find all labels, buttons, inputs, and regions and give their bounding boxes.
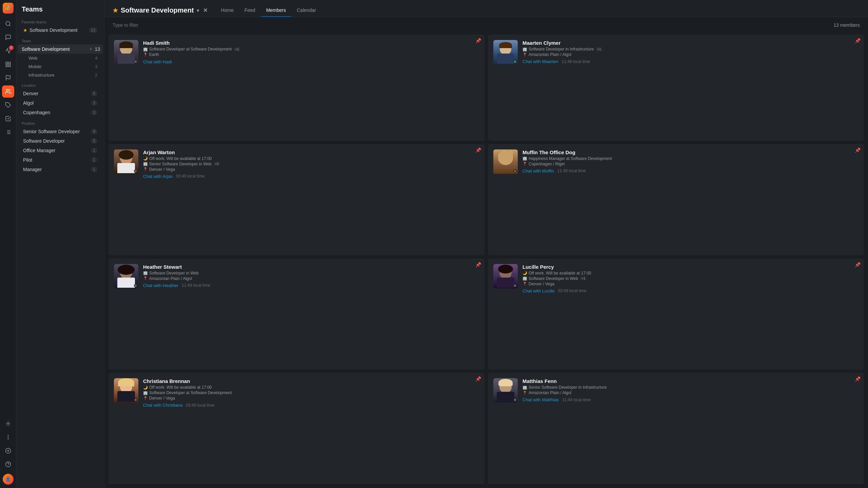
tab-calendar[interactable]: Calendar [291,4,321,17]
chat-link-lucille[interactable]: Chat with Lucille [522,288,555,293]
team-star-icon[interactable]: ★ [113,7,118,14]
members-grid: Hadi Smith 🏢 Software Developer at Softw… [104,33,868,488]
sidebar-position-office-manager[interactable]: Office Manager 1 [18,146,103,155]
settings-nav-button[interactable] [2,418,14,430]
activity-nav-button[interactable]: 7 [2,45,14,57]
filter-input[interactable] [113,22,833,28]
position-developer-label: Software Developer [23,138,91,144]
member-avatar-matthias [493,378,518,403]
sidebar-sub-item-infrastructure[interactable]: Infrastructure 2 [18,71,103,79]
member-card-matthias: Matthias Fenn 🏢 Senior Software Develope… [488,373,864,484]
pin-member-icon-christiana[interactable]: 📌 [475,376,481,382]
dashboard-nav-button[interactable] [2,58,14,70]
chat-link-matthias[interactable]: Chat with Matthias [522,397,559,402]
moon-icon-christiana: 🌙 [143,385,148,390]
teams-nav-button[interactable] [2,85,14,98]
member-count-label: 13 members [833,22,860,28]
pin-member-icon-muffin[interactable]: 📌 [855,147,861,153]
chat-link-arjan[interactable]: Chat with Arjan [143,174,173,179]
puzzle-nav-button[interactable] [2,99,14,111]
moon-icon-lucille: 🌙 [522,271,527,275]
pin-member-icon-matthias[interactable]: 📌 [855,376,861,382]
close-team-icon[interactable]: ✕ [89,47,93,52]
pin-member-icon-maarten[interactable]: 📌 [855,38,861,43]
chat-link-maarten[interactable]: Chat with Maarten [522,59,558,64]
sidebar-item-software-development-favorite[interactable]: ★ Software Development 13 [18,25,103,35]
sidebar-active-team[interactable]: Software Development ✕ 13 [18,44,103,54]
more-nav-button[interactable] [2,431,14,443]
position-manager-count: 1 [91,167,97,172]
pin-member-icon-heather[interactable]: 📌 [475,262,481,267]
member-info-matthias: Matthias Fenn 🏢 Senior Software Develope… [522,378,859,402]
sidebar-position-developer[interactable]: Software Developer 5 [18,136,103,146]
team-close-icon[interactable]: ✕ [203,7,208,14]
member-location-christiana: 📍 Denver / Vega [143,396,479,401]
pin-icon-heather: 📍 [143,276,148,281]
chat-nav-button[interactable] [2,31,14,43]
member-name-muffin: Muffin The Office Dog [522,149,859,155]
member-avatar-muffin [493,149,518,174]
member-role-christiana: 🏢 Software Developer at Software Develop… [143,390,479,395]
member-location-hadi: 📍 Earth [143,52,479,57]
chat-link-heather[interactable]: Chat with Heather [143,283,178,288]
chat-link-hadi[interactable]: Chat with Hadi [143,59,172,64]
chat-link-christiana[interactable]: Chat with Christiana [143,403,182,408]
member-status-arjan: 🌙 Off work. Will be available at 17:00 [143,156,479,161]
search-nav-button[interactable] [2,18,14,30]
sidebar-title: Teams [16,0,104,16]
pin-member-icon-hadi[interactable]: 📌 [475,38,481,43]
role-icon-arjan: 🏢 [143,162,148,166]
member-info-maarten: Maarten Clymer 🏢 Software Developer in I… [522,40,859,64]
local-time-heather: 11:49 local time [182,283,210,288]
local-time-maarten: 11:49 local time [562,59,590,64]
tab-feed[interactable]: Feed [239,4,261,17]
status-dot-maarten [513,60,517,63]
sidebar-location-algol[interactable]: Algol 3 [18,98,103,108]
help-button[interactable] [2,458,14,470]
svg-point-17 [8,439,8,440]
role-icon-lucille: 🏢 [522,276,527,281]
member-avatar-heather [114,264,138,288]
sub-item-web-label: Web [28,56,95,61]
clipboard-nav-button[interactable] [2,113,14,125]
sidebar-position-pilot[interactable]: Pilot 1 [18,155,103,165]
sidebar-location-copenhagen[interactable]: Copenhagen 3 [18,108,103,117]
list-nav-button[interactable] [2,126,14,138]
member-role-matthias: 🏢 Senior Software Developer in Infrastru… [522,385,859,390]
sub-item-infrastructure-count: 2 [95,73,97,78]
team-section-label: Team [16,35,104,44]
tab-members[interactable]: Members [261,4,291,17]
member-avatar-christiana [114,378,138,403]
position-developer-count: 5 [91,138,97,144]
team-chevron-icon[interactable]: ▾ [197,8,199,13]
chat-link-muffin[interactable]: Chat with Muffin [522,168,554,174]
svg-point-15 [8,435,8,436]
position-pilot-label: Pilot [23,157,91,163]
position-manager-label: Manager [23,167,91,172]
sub-item-web-count: 4 [95,56,97,61]
member-role-heather: 🏢 Software Developer in Web [143,271,479,276]
member-name-maarten: Maarten Clymer [522,40,859,46]
sidebar-location-denver[interactable]: Denver 6 [18,89,103,98]
user-avatar-button[interactable]: 👤 [2,473,14,485]
sidebar-position-manager[interactable]: Manager 1 [18,165,103,174]
member-info-arjan: Arjan Warton 🌙 Off work. Will be availab… [143,149,479,179]
tab-home[interactable]: Home [216,4,239,17]
member-avatar-hadi [114,40,138,64]
location-section-label: Location [16,79,104,89]
member-name-heather: Heather Stewart [143,264,479,270]
sidebar-sub-item-web[interactable]: Web 4 [18,54,103,62]
location-copenhagen-count: 3 [91,110,97,115]
sidebar-position-senior[interactable]: Senior Software Developer 9 [18,127,103,136]
location-algol-count: 3 [91,100,97,106]
svg-rect-4 [8,65,10,67]
svg-point-0 [6,21,10,25]
sidebar-sub-item-mobile[interactable]: Mobile 3 [18,62,103,71]
flag-nav-button[interactable] [2,72,14,84]
pin-member-icon-lucille[interactable]: 📌 [855,262,861,267]
add-button[interactable] [2,445,14,457]
main-content: ★ Software Development ▾ ✕ Home Feed Mem… [104,0,868,488]
location-denver-count: 6 [91,91,97,96]
pin-member-icon-arjan[interactable]: 📌 [475,147,481,153]
svg-point-14 [7,423,9,425]
